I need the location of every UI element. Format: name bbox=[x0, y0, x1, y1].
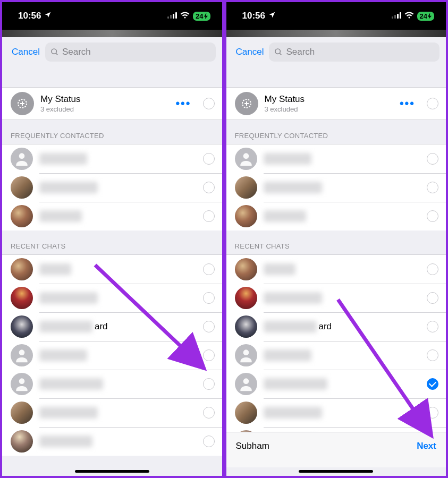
selection-checkbox[interactable] bbox=[203, 349, 215, 361]
search-placeholder: Search bbox=[62, 47, 91, 57]
list-item[interactable] bbox=[2, 173, 222, 202]
more-icon[interactable]: ••• bbox=[175, 101, 191, 106]
section-header-recent: RECENT CHATS bbox=[2, 231, 222, 254]
next-button[interactable]: Next bbox=[417, 441, 436, 451]
selection-checkbox[interactable] bbox=[427, 407, 438, 419]
list-item[interactable] bbox=[2, 427, 222, 456]
battery-badge: 24 bbox=[193, 12, 210, 21]
contact-name bbox=[264, 378, 421, 390]
name-suffix: ard bbox=[95, 321, 108, 332]
list-item[interactable] bbox=[226, 202, 446, 231]
selection-checkbox[interactable] bbox=[203, 292, 215, 304]
avatar bbox=[235, 176, 257, 199]
my-status-avatar bbox=[235, 92, 258, 115]
selection-checkbox[interactable] bbox=[427, 153, 438, 165]
list-item[interactable] bbox=[226, 173, 446, 202]
svg-point-10 bbox=[19, 349, 25, 355]
list-item[interactable] bbox=[2, 341, 222, 370]
blurred-name bbox=[264, 378, 327, 390]
header-row: Cancel Search bbox=[2, 37, 222, 69]
more-icon[interactable]: ••• bbox=[400, 101, 415, 106]
status-left: 10:56 bbox=[242, 11, 276, 21]
selection-checkbox[interactable] bbox=[203, 263, 215, 275]
list-item[interactable] bbox=[2, 202, 222, 231]
frequent-list bbox=[226, 144, 446, 231]
list-item[interactable] bbox=[2, 144, 222, 173]
my-status-text: My Status 3 excluded bbox=[40, 94, 169, 113]
list-item[interactable] bbox=[2, 398, 222, 427]
avatar bbox=[11, 373, 33, 395]
search-input[interactable]: Search bbox=[269, 42, 439, 62]
avatar bbox=[235, 344, 257, 366]
background-peek bbox=[226, 30, 446, 37]
contact-name bbox=[264, 182, 421, 193]
section-header-frequent: FREQUENTLY CONTACTED bbox=[2, 120, 222, 144]
selection-checkbox[interactable] bbox=[427, 263, 438, 275]
selection-checkbox[interactable] bbox=[203, 378, 215, 390]
list-item[interactable] bbox=[226, 398, 446, 427]
cancel-button[interactable]: Cancel bbox=[236, 47, 264, 57]
footer-bar: Subham Next bbox=[226, 432, 446, 467]
my-status-row[interactable]: My Status 3 excluded ••• bbox=[2, 88, 222, 120]
status-time: 10:56 bbox=[242, 11, 265, 21]
list-item[interactable] bbox=[2, 284, 222, 312]
list-item[interactable]: ard bbox=[2, 312, 222, 341]
contact-name bbox=[39, 210, 197, 222]
avatar bbox=[235, 373, 257, 395]
selection-checkbox[interactable] bbox=[203, 182, 215, 193]
blurred-name bbox=[39, 182, 98, 193]
list-item[interactable] bbox=[226, 341, 446, 370]
recent-list: ard bbox=[2, 254, 222, 456]
selection-checkbox[interactable] bbox=[427, 321, 438, 332]
list-item[interactable] bbox=[226, 255, 446, 284]
selection-checkbox[interactable] bbox=[203, 321, 215, 332]
status-left: 10:56 bbox=[18, 11, 52, 21]
list-item[interactable] bbox=[2, 255, 222, 284]
contact-name bbox=[264, 153, 421, 165]
blurred-name bbox=[264, 321, 317, 332]
selection-checkbox[interactable] bbox=[427, 182, 438, 193]
background-peek bbox=[2, 30, 222, 37]
list-item[interactable]: ard bbox=[226, 312, 446, 341]
svg-rect-0 bbox=[167, 16, 169, 19]
phone-right: 10:56 24 bbox=[224, 0, 449, 478]
contact-name bbox=[39, 263, 197, 275]
selection-checkbox[interactable] bbox=[203, 407, 215, 419]
avatar bbox=[11, 176, 33, 199]
home-indicator bbox=[299, 470, 373, 473]
contact-name bbox=[264, 349, 421, 361]
search-icon bbox=[50, 48, 59, 56]
list-item[interactable] bbox=[2, 370, 222, 398]
selection-checkbox[interactable] bbox=[203, 153, 215, 165]
screen-right: 10:56 24 bbox=[226, 2, 446, 476]
avatar bbox=[11, 430, 33, 453]
svg-rect-13 bbox=[392, 16, 393, 19]
my-status-checkbox[interactable] bbox=[427, 98, 438, 109]
list-item[interactable] bbox=[226, 284, 446, 312]
my-status-subtitle: 3 excluded bbox=[265, 105, 393, 113]
list-item[interactable] bbox=[226, 144, 446, 173]
svg-line-5 bbox=[56, 53, 57, 55]
blurred-name bbox=[39, 292, 98, 304]
selection-checkbox[interactable] bbox=[203, 436, 215, 447]
svg-rect-16 bbox=[400, 12, 401, 19]
blurred-name bbox=[264, 182, 322, 193]
contact-name bbox=[264, 407, 421, 419]
my-status-row[interactable]: My Status 3 excluded ••• bbox=[226, 88, 446, 120]
svg-point-17 bbox=[275, 49, 280, 54]
search-input[interactable]: Search bbox=[45, 42, 216, 62]
my-status-checkbox[interactable] bbox=[203, 98, 215, 109]
list-item[interactable] bbox=[226, 370, 446, 398]
selection-checkbox[interactable] bbox=[427, 210, 438, 222]
blurred-name bbox=[264, 263, 295, 275]
selection-checkbox[interactable] bbox=[427, 349, 438, 361]
svg-rect-1 bbox=[170, 15, 172, 19]
cancel-button[interactable]: Cancel bbox=[12, 47, 40, 57]
selection-checkbox[interactable] bbox=[427, 378, 438, 390]
blurred-name bbox=[264, 292, 322, 304]
contact-name bbox=[264, 263, 421, 275]
svg-point-24 bbox=[243, 378, 249, 384]
my-status-section: My Status 3 excluded ••• bbox=[226, 87, 446, 120]
selection-checkbox[interactable] bbox=[203, 210, 215, 222]
selection-checkbox[interactable] bbox=[427, 292, 438, 304]
